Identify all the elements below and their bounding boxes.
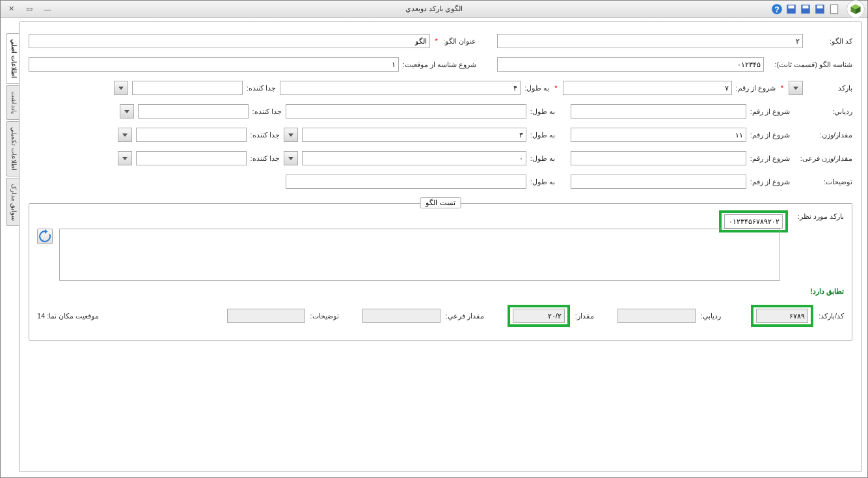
separator-label: جدا کننده: <box>247 84 276 92</box>
svg-marker-17 <box>288 157 293 160</box>
help-icon[interactable]: ? <box>771 3 783 15</box>
start-digit-label: شروع از رقم: <box>750 131 790 139</box>
amount-separator-dropdown[interactable] <box>118 128 132 142</box>
sub-start-input[interactable] <box>571 151 746 165</box>
code-input[interactable] <box>497 34 803 48</box>
title-input[interactable] <box>29 34 430 48</box>
res-amount-value <box>513 309 565 323</box>
svg-rect-5 <box>803 5 809 8</box>
fixed-part-input[interactable] <box>497 57 764 72</box>
side-tabs: اطلاعات اصلي يادداشت اطلاعات تکميلي سواب… <box>6 21 19 472</box>
svg-marker-15 <box>288 134 293 137</box>
tracking-label: رديابي: <box>794 107 852 116</box>
amount-start-input[interactable] <box>571 128 746 142</box>
titlebar: ✕ ▭ — الگوي بارکد دوبعدي ? <box>1 1 867 18</box>
maximize-button[interactable]: ▭ <box>24 4 34 14</box>
separator-label: جدا کننده: <box>251 154 280 163</box>
svg-marker-12 <box>793 87 798 90</box>
svg-marker-13 <box>118 87 124 90</box>
fixed-part-label: شناسه الگو (قسمت ثابت): <box>768 61 852 69</box>
res-amount-highlight <box>508 305 570 327</box>
desc-start-input[interactable] <box>571 175 746 189</box>
res-code-highlight <box>751 305 813 327</box>
length-label: به طول: <box>530 178 555 186</box>
save-icon[interactable] <box>814 3 826 15</box>
res-code-label: کد/بارکد: <box>819 312 844 320</box>
start-digit-label: شروع از رقم: <box>750 154 790 163</box>
separator-label: جدا کننده: <box>251 131 280 139</box>
refresh-icon <box>38 229 52 244</box>
required-asterisk: * <box>554 84 557 92</box>
start-digit-label: شروع از رقم: <box>750 178 790 186</box>
sub-separator-input[interactable] <box>136 151 247 165</box>
barcode-label: بارکد <box>807 84 852 92</box>
tab-extra-info[interactable]: اطلاعات تکميلي <box>6 121 19 176</box>
amount-length-dropdown[interactable] <box>284 128 298 142</box>
required-asterisk: * <box>435 37 438 45</box>
barcode-type-dropdown[interactable] <box>789 81 803 95</box>
minimize-button[interactable]: — <box>42 4 53 14</box>
test-output-area[interactable] <box>59 229 780 281</box>
target-barcode-label: بارکد مورد نظر: <box>792 210 844 221</box>
length-label: به طول: <box>530 154 555 163</box>
refresh-button[interactable] <box>37 229 53 244</box>
res-sub-label: مقدار فرعي: <box>446 312 484 320</box>
start-pos-input[interactable] <box>29 57 399 72</box>
app-logo <box>847 0 865 18</box>
amount-label: مقدار/وزن: <box>794 131 852 139</box>
sub-amount-label: مقدار/وزن فرعی: <box>794 154 852 163</box>
res-sub-value <box>362 309 441 323</box>
tab-main-info[interactable]: اطلاعات اصلي <box>6 33 19 84</box>
tracking-separator-input[interactable] <box>138 104 249 119</box>
length-label: به طول: <box>524 84 549 92</box>
window-title: الگوي بارکد دوبعدي <box>405 5 463 13</box>
cursor-position: موقعیت مکان نما: 14 <box>37 312 99 320</box>
tab-notes[interactable]: يادداشت <box>6 85 19 120</box>
main-panel: کد الگو: عنوان الگو: * شناسه الگو (قسمت … <box>19 21 862 472</box>
maximize-icon: ▭ <box>26 5 33 13</box>
barcode-start-input[interactable] <box>563 81 732 95</box>
length-label: به طول: <box>530 131 555 139</box>
length-label: به طول: <box>530 107 555 116</box>
start-pos-label: شروع شناسه از موقعیت: <box>403 61 476 69</box>
save-copy-icon[interactable] <box>800 3 811 15</box>
sub-length-dropdown[interactable] <box>284 151 298 165</box>
tab-doc-history[interactable]: سوابق مدارک <box>6 178 19 227</box>
title-label: عنوان الگو: <box>443 37 476 46</box>
res-desc-label: توضيحات: <box>310 312 339 320</box>
sub-length-input[interactable] <box>302 151 526 165</box>
test-legend: تست الگو <box>420 197 461 208</box>
required-asterisk: * <box>781 84 783 92</box>
save-as-icon[interactable] <box>785 3 797 15</box>
new-icon[interactable] <box>828 3 840 15</box>
res-tracking-value <box>617 309 696 323</box>
tracking-length-input[interactable] <box>286 104 526 119</box>
amount-separator-input[interactable] <box>136 128 247 142</box>
res-code-value <box>756 309 808 323</box>
tracking-start-input[interactable] <box>571 104 746 119</box>
barcode-separator-dropdown[interactable] <box>114 81 128 95</box>
code-label: کد الگو: <box>807 37 852 46</box>
barcode-separator-input[interactable] <box>132 81 243 95</box>
res-desc-value <box>227 309 305 323</box>
close-button[interactable]: ✕ <box>6 4 16 14</box>
svg-rect-3 <box>789 5 794 8</box>
close-icon: ✕ <box>8 5 14 13</box>
start-digit-label: شروع از رقم: <box>750 107 790 116</box>
tracking-separator-dropdown[interactable] <box>120 104 134 119</box>
desc-length-input[interactable] <box>286 175 526 189</box>
target-barcode-input[interactable] <box>724 214 783 229</box>
app-window: ✕ ▭ — الگوي بارکد دوبعدي ? کد الگو: <box>0 0 868 478</box>
amount-length-input[interactable] <box>302 128 526 142</box>
desc-label: توضيحات: <box>794 178 852 186</box>
barcode-length-input[interactable] <box>280 81 521 95</box>
svg-marker-14 <box>124 110 129 113</box>
svg-marker-16 <box>122 134 128 137</box>
svg-rect-8 <box>830 5 837 14</box>
minimize-icon: — <box>44 5 51 13</box>
separator-label: جدا کننده: <box>252 107 282 116</box>
start-digit-label: شروع از رقم: <box>736 84 776 92</box>
test-fieldset: تست الگو بارکد مورد نظر: <box>29 203 852 341</box>
sub-separator-dropdown[interactable] <box>118 151 132 165</box>
match-status: تطابق دارد! <box>810 287 844 296</box>
